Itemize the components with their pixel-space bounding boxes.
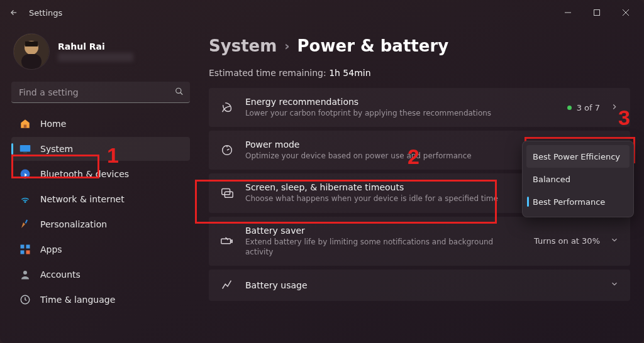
close-button[interactable] [611, 3, 640, 23]
dropdown-option-best-efficiency[interactable]: Best Power Efficiency [526, 145, 630, 168]
sidebar-item-system[interactable]: System [11, 137, 190, 161]
maximize-button[interactable] [582, 3, 611, 23]
svg-rect-25 [231, 240, 232, 242]
nav: Home System Bluetooth & devices Network … [11, 112, 190, 312]
svg-rect-12 [23, 152, 27, 153]
sleep-icon [220, 186, 234, 200]
svg-rect-24 [221, 239, 231, 243]
battery-usage-icon [220, 278, 234, 292]
page-title: Power & battery [297, 36, 449, 55]
svg-line-9 [180, 92, 183, 95]
chevron-right-icon: › [284, 38, 289, 53]
sidebar-item-network[interactable]: Network & internet [11, 187, 190, 211]
estimated-time: Estimated time remaining: 1h 54min [209, 68, 630, 78]
settings-window: Settings Rahul Rai [0, 0, 644, 343]
svg-point-19 [23, 271, 27, 275]
card-title: Battery saver [245, 226, 523, 236]
svg-rect-17 [21, 251, 25, 254]
apps-icon [19, 243, 31, 256]
personalization-icon [19, 218, 31, 231]
avatar [14, 34, 49, 69]
sidebar: Rahul Rai Home System [0, 25, 195, 343]
titlebar: Settings [0, 0, 644, 25]
sidebar-item-label: Home [40, 119, 66, 129]
sidebar-item-label: Personalization [40, 219, 107, 229]
energy-counter: 3 of 7 [567, 103, 600, 112]
card-battery-usage[interactable]: Battery usage [209, 270, 630, 301]
profile-name: Rahul Rai [58, 41, 133, 52]
sidebar-item-time[interactable]: Time & language [11, 288, 190, 312]
power-mode-icon [220, 143, 234, 157]
breadcrumb-root[interactable]: System [209, 36, 277, 55]
sidebar-item-home[interactable]: Home [11, 112, 190, 136]
svg-rect-7 [25, 41, 38, 46]
search-icon [175, 87, 184, 99]
network-icon [19, 193, 31, 205]
chevron-down-icon [610, 236, 619, 246]
svg-rect-6 [21, 54, 42, 69]
svg-rect-10 [24, 125, 27, 128]
leaf-icon [220, 101, 234, 114]
breadcrumb: System › Power & battery [209, 36, 630, 55]
window-title: Settings [29, 8, 62, 18]
card-title: Battery usage [245, 280, 599, 290]
search-field[interactable] [11, 82, 190, 103]
chevron-right-icon [610, 102, 619, 113]
accounts-icon [19, 268, 31, 281]
sidebar-item-label: Apps [40, 244, 62, 254]
home-icon [19, 117, 31, 130]
sidebar-item-label: Time & language [40, 295, 115, 305]
back-button[interactable] [4, 3, 24, 23]
clock-icon [19, 293, 31, 306]
card-battery-saver[interactable]: Battery saver Extend battery life by lim… [209, 217, 630, 266]
svg-rect-1 [594, 10, 600, 16]
svg-rect-14 [25, 219, 28, 223]
battery-saver-trigger: Turns on at 30% [534, 236, 600, 246]
minimize-button[interactable] [553, 3, 582, 23]
sidebar-item-personalization[interactable]: Personalization [11, 212, 190, 236]
svg-rect-18 [26, 251, 30, 254]
bluetooth-icon [19, 168, 31, 180]
sidebar-item-bluetooth[interactable]: Bluetooth & devices [11, 162, 190, 186]
search-input[interactable] [11, 82, 190, 103]
svg-rect-15 [21, 245, 25, 249]
sidebar-item-label: Accounts [40, 270, 80, 280]
svg-rect-11 [20, 145, 31, 152]
sidebar-item-accounts[interactable]: Accounts [11, 263, 190, 286]
sidebar-item-apps[interactable]: Apps [11, 237, 190, 261]
profile-block[interactable]: Rahul Rai [11, 30, 190, 78]
battery-saver-icon [220, 234, 234, 248]
dropdown-option-best-performance[interactable]: Best Performance [526, 190, 630, 213]
card-title: Energy recommendations [245, 97, 556, 107]
card-energy-recommendations[interactable]: Energy recommendations Lower your carbon… [209, 88, 630, 127]
sidebar-item-label: System [40, 144, 73, 154]
profile-subtext [58, 53, 133, 62]
system-icon [19, 143, 31, 155]
sidebar-item-label: Network & internet [40, 194, 125, 204]
card-desc: Lower your carbon footprint by applying … [245, 108, 556, 118]
svg-point-8 [176, 88, 181, 93]
content: System › Power & battery Estimated time … [195, 25, 644, 343]
card-desc: Extend battery life by limiting some not… [245, 237, 523, 257]
sidebar-item-label: Bluetooth & devices [40, 169, 129, 179]
power-mode-dropdown: Best Power Efficiency Balanced Best Perf… [522, 141, 634, 217]
chevron-down-icon [610, 280, 619, 290]
svg-rect-16 [26, 245, 30, 249]
dropdown-option-balanced[interactable]: Balanced [526, 168, 630, 190]
